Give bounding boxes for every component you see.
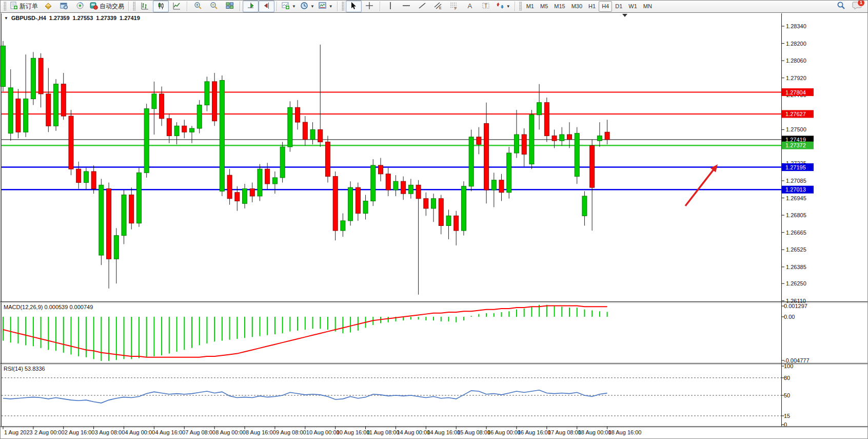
zoom-out-icon <box>210 2 218 11</box>
timeframe-h1-button[interactable]: H1 <box>585 1 599 12</box>
data-window-button[interactable] <box>56 1 72 12</box>
svg-text:4 Aug 00:00: 4 Aug 00:00 <box>125 429 155 435</box>
svg-text:0: 0 <box>784 422 787 428</box>
line-chart-icon <box>173 2 181 11</box>
tile-windows-button[interactable] <box>222 1 238 12</box>
toolbar-grip[interactable] <box>133 2 135 11</box>
candlestick-chart-button[interactable] <box>153 1 169 12</box>
toolbar-separator <box>337 2 338 11</box>
terminal-icon <box>90 2 98 11</box>
svg-text:15 Aug 08:00: 15 Aug 08:00 <box>457 429 490 435</box>
toolbar-separator <box>380 2 381 11</box>
svg-text:7 Aug 08:00: 7 Aug 08:00 <box>185 429 215 435</box>
rsi-indicator-label: RSI(14) 53.8336 <box>4 366 45 372</box>
cursor-icon <box>349 2 358 11</box>
svg-text:100: 100 <box>784 363 793 369</box>
new-order-button[interactable]: 新订单 <box>8 1 40 12</box>
templates-button[interactable]: ▼ <box>317 1 335 12</box>
fibonacci-tool-button[interactable]: F <box>446 1 462 12</box>
market-watch-button[interactable] <box>40 1 56 12</box>
text-label-icon: T <box>482 2 490 11</box>
timeframe-m1-button[interactable]: M1 <box>523 1 537 12</box>
text-label-tool-button[interactable]: T <box>478 1 494 12</box>
svg-text:1 Aug 2023: 1 Aug 2023 <box>4 429 33 435</box>
zoom-in-button[interactable] <box>190 1 206 12</box>
auto-trading-button[interactable]: 自动交易 <box>88 1 126 12</box>
svg-text:1.26525: 1.26525 <box>786 246 806 253</box>
trendline-icon <box>418 2 426 11</box>
svg-text:18 Aug 16:00: 18 Aug 16:00 <box>608 429 642 435</box>
crosshair-icon <box>365 2 373 11</box>
templates-icon <box>319 2 327 11</box>
crosshair-tool-button[interactable] <box>362 1 378 12</box>
search-button[interactable] <box>833 1 849 12</box>
vertical-line-icon <box>386 2 394 11</box>
svg-text:1.26665: 1.26665 <box>786 230 806 236</box>
equidistant-channel-tool-button[interactable]: E <box>430 1 446 12</box>
timeframe-w1-button[interactable]: W1 <box>625 1 640 12</box>
periods-button[interactable]: ▼ <box>298 1 317 12</box>
chat-button[interactable]: 1 <box>852 1 862 12</box>
timeframe-m5-button[interactable]: M5 <box>537 1 551 12</box>
timeframe-toolbar: M1M5M15M30H1H4D1W1MN <box>523 1 655 12</box>
trendline-tool-button[interactable] <box>415 1 430 12</box>
chart-shift-button[interactable] <box>259 1 274 12</box>
horizontal-line-tool-button[interactable] <box>399 1 415 12</box>
svg-text:1.26250: 1.26250 <box>786 280 806 287</box>
navigator-button[interactable] <box>72 1 88 12</box>
main-toolbar: 新订单 自动交易 <box>0 0 868 13</box>
cursor-tool-button[interactable] <box>346 1 362 12</box>
equidistant-channel-icon: E <box>434 2 442 11</box>
vertical-line-tool-button[interactable] <box>383 1 399 12</box>
timeframe-d1-button[interactable]: D1 <box>612 1 625 12</box>
zoom-out-button[interactable] <box>206 1 222 12</box>
timeframe-mn-button[interactable]: MN <box>640 1 655 12</box>
auto-scroll-button[interactable] <box>243 1 259 12</box>
text-icon: A <box>466 2 474 11</box>
svg-text:3 Aug 08:00: 3 Aug 08:00 <box>95 429 125 435</box>
svg-text:1.27627: 1.27627 <box>785 111 806 117</box>
svg-text:8 Aug 16:00: 8 Aug 16:00 <box>246 429 276 435</box>
chevron-down-icon: ▼ <box>292 4 296 9</box>
candlestick-chart-icon <box>157 2 165 11</box>
open-value: 1.27359 <box>49 15 70 21</box>
auto-scroll-icon <box>247 2 255 11</box>
chevron-down-icon: ▼ <box>329 4 333 9</box>
svg-text:1.27085: 1.27085 <box>786 178 806 184</box>
symbol-period-label: GBPUSD-,H4 <box>11 15 46 21</box>
zoom-in-icon <box>194 2 202 11</box>
search-icon <box>837 1 845 11</box>
chevron-down-icon: ▼ <box>310 4 314 9</box>
arrows-tool-button[interactable]: ▼ <box>494 1 512 12</box>
svg-text:T: T <box>484 3 487 9</box>
auto-trading-label: 自动交易 <box>100 2 124 11</box>
chart-ohlc-header: ▼ GBPUSD-,H4 1.27359 1.27553 1.27339 1.2… <box>4 15 140 21</box>
svg-text:50: 50 <box>784 392 790 398</box>
toolbar-grip[interactable] <box>4 2 6 11</box>
bar-chart-button[interactable] <box>137 1 153 12</box>
timeframe-h4-button[interactable]: H4 <box>599 1 612 12</box>
toolbar-grip[interactable] <box>342 2 344 11</box>
svg-text:80: 80 <box>784 375 790 381</box>
indicators-button[interactable]: ▼ <box>280 1 298 12</box>
toolbar-grip[interactable] <box>519 2 522 11</box>
toolbar-separator <box>187 2 188 11</box>
text-tool-button[interactable]: A <box>462 1 478 12</box>
svg-text:F: F <box>455 6 457 10</box>
line-chart-button[interactable] <box>169 1 185 12</box>
svg-text:1.26945: 1.26945 <box>786 195 806 201</box>
collapse-triangle-icon[interactable]: ▼ <box>4 16 8 21</box>
svg-text:1.28200: 1.28200 <box>786 41 806 47</box>
svg-text:1.27372: 1.27372 <box>785 142 806 148</box>
timeframe-m30-button[interactable]: M30 <box>568 1 585 12</box>
toolbar-separator <box>240 2 241 11</box>
chart-area[interactable]: 1.283401.282001.280601.279201.277801.276… <box>0 13 868 439</box>
timeframe-m15-button[interactable]: M15 <box>551 1 568 12</box>
new-order-label: 新订单 <box>19 2 38 11</box>
svg-text:1.27804: 1.27804 <box>785 89 806 96</box>
svg-text:16 Aug 16:00: 16 Aug 16:00 <box>518 429 551 435</box>
indicators-icon <box>282 2 290 11</box>
low-value: 1.27339 <box>96 15 116 21</box>
svg-text:11 Aug 08:00: 11 Aug 08:00 <box>367 429 400 435</box>
svg-text:0.00: 0.00 <box>784 314 795 320</box>
